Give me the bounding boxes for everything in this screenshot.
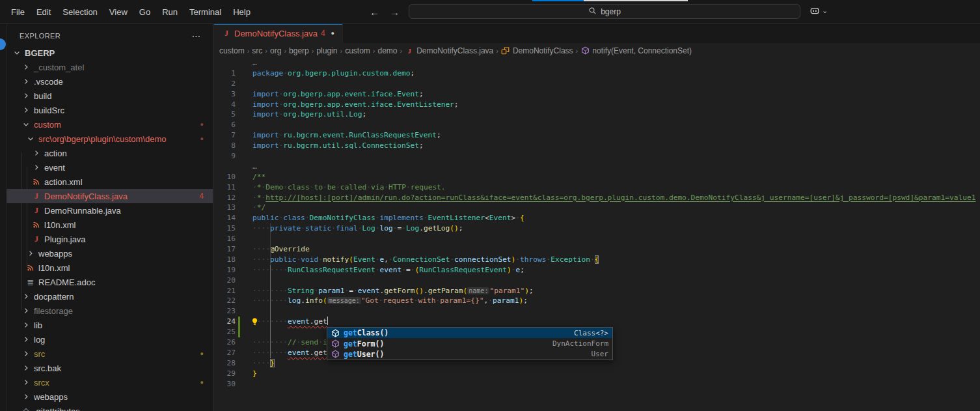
autocomplete-popup: getClass()Class<?>getForm()DynActionForm…	[327, 327, 613, 360]
more-actions-icon[interactable]: ⋯	[192, 31, 201, 41]
line-number: 23	[214, 306, 236, 317]
tree-item-filestorage[interactable]: filestorage	[7, 304, 213, 318]
chevron-right-icon	[21, 291, 31, 302]
tree-item-docpattern[interactable]: docpattern	[7, 289, 213, 304]
tree-item-demorunnable-java[interactable]: JDemoRunnable.java	[7, 203, 213, 218]
lightbulb-icon[interactable]	[251, 317, 259, 326]
tree-item-label: src	[34, 349, 45, 359]
tree-item-label: BGERP	[25, 48, 55, 58]
tree-item-buildsrc[interactable]: buildSrc	[7, 103, 213, 117]
tree-item-plugin-java[interactable]: JPlugin.java	[7, 232, 213, 246]
breadcrumb-item-custom[interactable]: custom	[345, 46, 370, 55]
tree-item-src[interactable]: src●	[7, 347, 213, 361]
menu-edit[interactable]: Edit	[31, 0, 57, 23]
tree-item-l10n-xml[interactable]: l10n.xml	[7, 261, 213, 275]
chevron-down-icon	[12, 48, 22, 58]
tree-item-srcx[interactable]: srcx●	[7, 375, 213, 390]
suggestion-getuser[interactable]: getUser()User	[327, 349, 612, 360]
menu-go[interactable]: Go	[133, 0, 156, 23]
menu-terminal[interactable]: Terminal	[184, 0, 227, 23]
chevron-right-icon	[21, 62, 31, 72]
tree-item-log[interactable]: log	[7, 332, 213, 347]
line-number: 16	[214, 234, 236, 244]
tree-item-lib[interactable]: lib	[7, 318, 213, 332]
suggestion-detail: DynActionForm	[552, 339, 608, 348]
tree-item-label: DemoNotifyClass.java	[44, 191, 128, 201]
menu-file[interactable]: File	[5, 0, 31, 23]
suggestion-getform[interactable]: getForm()DynActionForm	[327, 338, 612, 348]
method-symbol-icon	[331, 328, 340, 337]
file-tree: BGERP _custom_atel.vscodebuildbuildSrccu…	[7, 46, 213, 411]
notification-dot	[0, 38, 6, 50]
tree-item-action-xml[interactable]: action.xml	[7, 175, 213, 189]
tab-demonotifyclass[interactable]: J DemoNotifyClass.java 4 ●	[214, 23, 343, 43]
code-line-18: 18····public·void·notify(Event·e,·Connec…	[214, 255, 980, 265]
menu-selection[interactable]: Selection	[57, 0, 103, 23]
breadcrumb-separator: ›	[247, 47, 250, 55]
indent-guide	[270, 223, 271, 265]
code-line-14: 14public·class·DemoNotifyClass·implement…	[214, 213, 980, 223]
tree-item-event[interactable]: event	[7, 160, 213, 175]
java-file-icon: J	[222, 28, 231, 38]
tree-item-build[interactable]: build	[7, 89, 213, 103]
line-number: 30	[214, 379, 236, 390]
tree-item-custom-atel[interactable]: _custom_atel	[7, 60, 213, 74]
tree-item-src-bak[interactable]: src.bak	[7, 361, 213, 375]
breadcrumb-item-plugin[interactable]: plugin	[316, 46, 337, 55]
tree-item-demonotifyclass-java[interactable]: JDemoNotifyClass.java4	[7, 189, 213, 203]
breadcrumb-label: custom	[345, 46, 370, 55]
breadcrumb-item-org[interactable]: org	[270, 46, 281, 55]
code-line-3: 3import·org.bgerp.app.event.iface.Event;	[214, 89, 980, 100]
tree-item-bgerp-root[interactable]: BGERP	[7, 46, 213, 60]
code-line-23: 23	[214, 306, 980, 317]
chevron-right-icon	[21, 348, 31, 359]
line-number: 24	[214, 317, 236, 327]
breadcrumb-label: DemoNotifyClass.java	[416, 46, 493, 55]
breadcrumb-item-src[interactable]: src	[252, 46, 262, 55]
line-number: 17	[214, 244, 236, 255]
code-line-20: 20	[214, 276, 980, 286]
copilot-menu[interactable]: ⌄	[810, 0, 828, 23]
breadcrumb-item-demonotifyclass[interactable]: DemoNotifyClass	[501, 46, 573, 55]
tree-item-label: docpattern	[34, 292, 74, 302]
back-button[interactable]: ←	[370, 7, 379, 18]
tree-item-webapps[interactable]: webapps	[7, 390, 213, 404]
command-center-search[interactable]: bgerp	[409, 4, 800, 19]
tree-item-src-org-bgerp-plugin-custom-demo[interactable]: src\org\bgerp\plugin\custom\demo●	[7, 132, 213, 146]
search-icon	[588, 7, 597, 17]
tree-item-vscode[interactable]: .vscode	[7, 74, 213, 89]
line-number: 28	[214, 358, 236, 369]
xml-file-icon	[31, 177, 42, 187]
breadcrumb-item-demonotifyclass-java[interactable]: JDemoNotifyClass.java	[405, 46, 493, 55]
tree-item-readme-adoc[interactable]: ≣README.adoc	[7, 275, 213, 289]
tree-item-custom[interactable]: custom●	[7, 117, 213, 132]
code-line-11: 11·*·Demo·class·to·be·called·via·HTTP·re…	[214, 182, 980, 193]
tree-item-label: _custom_atel	[34, 63, 84, 72]
tree-item-webapps[interactable]: webapps	[7, 246, 213, 261]
line-number: 13	[214, 203, 236, 213]
dirty-dot-icon[interactable]: ●	[331, 30, 334, 36]
breadcrumb-item-notify-event-connectionset[interactable]: notify(Event, ConnectionSet)	[580, 46, 692, 55]
breadcrumb-item-demo[interactable]: demo	[377, 46, 397, 55]
tab-label: DemoNotifyClass.java	[234, 29, 318, 38]
suggestion-label: getForm()	[344, 339, 384, 348]
code-line-ellipsis: …	[214, 162, 980, 172]
tree-item-action[interactable]: action	[7, 146, 213, 160]
adoc-file-icon: ≣	[25, 277, 36, 287]
line-number: 2	[214, 79, 236, 89]
line-number: 14	[214, 213, 236, 223]
tree-item-gitattributes[interactable]: .gitattributes	[7, 404, 213, 411]
code-editor[interactable]: …1package·org.bgerp.plugin.custom.demo;2…	[214, 58, 980, 390]
tree-item-l10n-xml[interactable]: l10n.xml	[7, 218, 213, 232]
change-dot: ●	[200, 135, 204, 142]
breadcrumb-item-bgerp[interactable]: bgerp	[289, 46, 309, 55]
chevron-right-icon	[31, 162, 42, 173]
top-accent-blue	[532, 0, 584, 1]
menu-view[interactable]: View	[103, 0, 133, 23]
menu-help[interactable]: Help	[227, 0, 256, 23]
breadcrumb-item-custom[interactable]: custom	[219, 46, 245, 55]
suggestion-getclass[interactable]: getClass()Class<?>	[327, 328, 612, 338]
menu-run[interactable]: Run	[156, 0, 184, 23]
forward-button[interactable]: →	[390, 7, 400, 18]
code-line-5: 5import·org.bgerp.util.Log;	[214, 109, 980, 120]
